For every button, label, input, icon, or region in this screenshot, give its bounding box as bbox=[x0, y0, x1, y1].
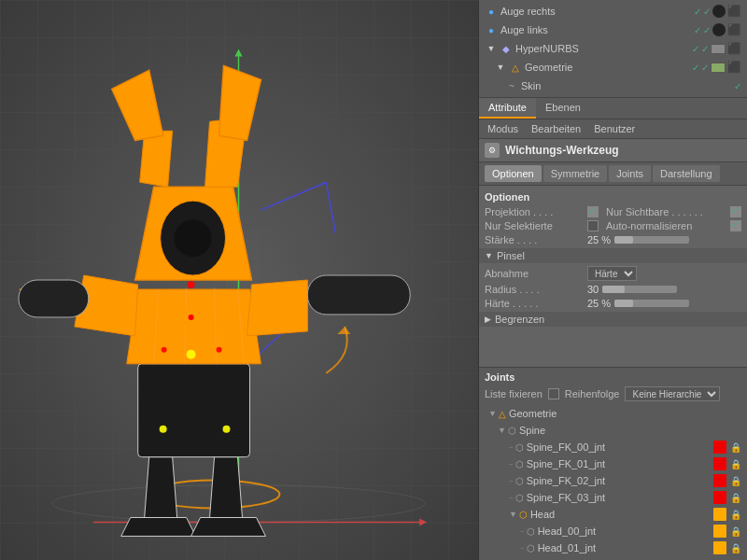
joint-color-swatch[interactable] bbox=[713, 474, 726, 487]
lock-icon[interactable]: 🔒 bbox=[730, 459, 741, 469]
tool-icon: ⚙ bbox=[485, 143, 500, 158]
prop-row-staerke: Stärke . . . . 25 % bbox=[485, 234, 741, 245]
checkbox-projektion[interactable] bbox=[587, 206, 599, 217]
liste-fixieren-label: Liste fixieren bbox=[485, 388, 543, 399]
joint-icon: ⬡ bbox=[515, 442, 524, 453]
tree-item-label: Spine_FK_00_jnt bbox=[527, 441, 605, 453]
tree-item-spine-fk-01[interactable]: ~ ⬡ Spine_FK_01_jnt 🔒 bbox=[485, 455, 741, 472]
expand-arrow-icon: ▼ bbox=[494, 61, 507, 74]
object-list-item[interactable]: ● Auge links ✓ ✓ ⬛ bbox=[483, 21, 743, 39]
render-icon: ⬛ bbox=[727, 61, 741, 74]
joint-color-swatch[interactable] bbox=[713, 525, 726, 538]
lock-icon[interactable]: 🔒 bbox=[730, 526, 741, 537]
tree-expand-icon: ▼ bbox=[488, 409, 497, 418]
tab-attribute[interactable]: Attribute bbox=[479, 98, 536, 119]
render-icon: ⬛ bbox=[727, 5, 741, 18]
prop-row-nur-selektierte: Nur Selektierte Auto-normalisieren bbox=[485, 220, 741, 231]
joint-icon: ⬡ bbox=[527, 526, 535, 537]
options-title: Optionen bbox=[485, 191, 741, 203]
tab-ebenen[interactable]: Ebenen bbox=[536, 98, 590, 119]
tree-item-head-01[interactable]: ~ ⬡ Head_01_jnt 🔒 bbox=[485, 539, 741, 556]
lock-icon[interactable]: 🔒 bbox=[730, 510, 741, 520]
joint-color-swatch[interactable] bbox=[713, 441, 726, 454]
tree-item-spine-fk-02[interactable]: ~ ⬡ Spine_FK_02_jnt 🔒 bbox=[485, 472, 741, 489]
tab-darstellung[interactable]: Darstellung bbox=[653, 165, 720, 182]
joints-title: Joints bbox=[485, 371, 741, 383]
lock-icon[interactable]: 🔒 bbox=[730, 543, 741, 553]
svg-rect-27 bbox=[19, 280, 89, 317]
tree-leaf-icon: ~ bbox=[520, 544, 525, 553]
abnahme-value: Härte bbox=[587, 266, 741, 281]
object-list-item[interactable]: ▼ ◆ HyperNURBS ✓ ✓ ⬛ bbox=[483, 39, 743, 58]
svg-point-34 bbox=[189, 315, 194, 320]
tab-optionen[interactable]: Optionen bbox=[485, 165, 542, 182]
checkbox-liste-fixieren[interactable] bbox=[548, 388, 559, 399]
lock-icon[interactable]: 🔒 bbox=[730, 442, 741, 453]
material-icon bbox=[711, 63, 726, 73]
svg-point-37 bbox=[223, 426, 231, 433]
render-icon: ⬛ bbox=[727, 42, 741, 55]
expand-arrow-icon: ▼ bbox=[485, 42, 498, 55]
reihenfolge-dropdown[interactable]: Keine Hierarchie bbox=[625, 386, 720, 401]
menu-benutzer[interactable]: Benutzer bbox=[591, 122, 638, 135]
tree-item-spine-fk-00[interactable]: ~ ⬡ Spine_FK_00_jnt 🔒 bbox=[485, 439, 741, 455]
object-list-item[interactable]: ● Auge rechts ✓ ✓ ⬛ bbox=[483, 2, 743, 21]
begrenzen-title: Begrenzen bbox=[495, 314, 544, 325]
abnahme-dropdown[interactable]: Härte bbox=[587, 266, 637, 281]
joint-icon: ⬡ bbox=[519, 510, 528, 520]
tree-leaf-icon: ~ bbox=[509, 494, 514, 502]
svg-marker-15 bbox=[191, 518, 266, 537]
object-name: Skin bbox=[521, 80, 734, 91]
checkbox-nur-sichtbare[interactable] bbox=[730, 206, 741, 217]
checkbox-nur-selektierte[interactable] bbox=[587, 220, 599, 231]
tree-item-label: Spine bbox=[519, 425, 545, 436]
joint-color-swatch[interactable] bbox=[713, 508, 726, 521]
joint-color-swatch[interactable] bbox=[713, 541, 726, 554]
prop-label-staerke: Stärke . . . . bbox=[485, 234, 587, 245]
object-list-item[interactable]: ~ Skin ✓ bbox=[483, 77, 743, 95]
object-icon: ● bbox=[485, 5, 498, 18]
tree-item-spine[interactable]: ▼ ⬡ Spine bbox=[485, 422, 741, 439]
menu-bearbeiten[interactable]: Bearbeiten bbox=[529, 122, 584, 135]
haerte-slider[interactable] bbox=[614, 300, 689, 307]
menu-modus[interactable]: Modus bbox=[485, 122, 521, 135]
svg-line-38 bbox=[261, 182, 326, 210]
object-icon: △ bbox=[509, 61, 522, 74]
object-icon: ~ bbox=[505, 79, 518, 92]
prop-label-radius: Radius . . . . bbox=[485, 284, 587, 295]
pinsel-header[interactable]: ▼ Pinsel bbox=[479, 248, 747, 263]
tree-item-label: Spine_FK_03_jnt bbox=[527, 492, 605, 503]
radius-slider[interactable] bbox=[602, 286, 677, 293]
tree-item-head[interactable]: ▼ ⬡ Head 🔒 bbox=[485, 506, 741, 523]
material-icon bbox=[711, 44, 726, 54]
object-icon: ● bbox=[485, 23, 498, 36]
joint-color-swatch[interactable] bbox=[713, 457, 726, 470]
lock-icon[interactable]: 🔒 bbox=[730, 493, 741, 503]
lock-icon[interactable]: 🔒 bbox=[730, 476, 741, 486]
tree-leaf-icon: ~ bbox=[509, 460, 514, 469]
joint-icon: ⬡ bbox=[515, 493, 524, 503]
prop-row-abnahme: Abnahme Härte bbox=[485, 266, 741, 281]
tree-item-geometrie[interactable]: ▼ △ Geometrie bbox=[485, 405, 741, 422]
tree-item-spine-fk-03[interactable]: ~ ⬡ Spine_FK_03_jnt 🔒 bbox=[485, 489, 741, 506]
collapse-arrow-icon: ▶ bbox=[485, 315, 491, 324]
sub-tab-bar: Optionen Symmetrie Joints Darstellung bbox=[479, 162, 747, 186]
begrenzen-header[interactable]: ▶ Begrenzen bbox=[479, 312, 747, 327]
prop-label-nur-sichtbare: Nur Sichtbare . . . . . . bbox=[606, 206, 730, 217]
object-list-item[interactable]: ▼ △ Geometrie ✓ ✓ ⬛ bbox=[483, 58, 743, 77]
viewport-3d[interactable] bbox=[0, 0, 479, 560]
staerke-slider[interactable] bbox=[614, 236, 689, 244]
tree-item-label: Head_01_jnt bbox=[538, 542, 596, 553]
tree-item-label: Geometrie bbox=[509, 408, 557, 419]
checkbox-auto-normalisieren[interactable] bbox=[730, 220, 741, 231]
object-icon: ◆ bbox=[500, 42, 513, 55]
tab-symmetrie[interactable]: Symmetrie bbox=[543, 165, 608, 182]
check-icon-2: ✓ bbox=[701, 63, 709, 73]
joint-color-swatch[interactable] bbox=[713, 491, 726, 504]
joints-tree: ▼ △ Geometrie ▼ ⬡ Spine ~ ⬡ Spine_FK_00_… bbox=[485, 405, 741, 556]
tool-name: Wichtungs-Werkzeug bbox=[505, 144, 619, 157]
main-tab-bar: Attribute Ebenen bbox=[479, 98, 747, 119]
tab-joints[interactable]: Joints bbox=[609, 165, 651, 182]
tree-item-head-00[interactable]: ~ ⬡ Head_00_jnt 🔒 bbox=[485, 523, 741, 539]
svg-point-36 bbox=[160, 426, 167, 433]
